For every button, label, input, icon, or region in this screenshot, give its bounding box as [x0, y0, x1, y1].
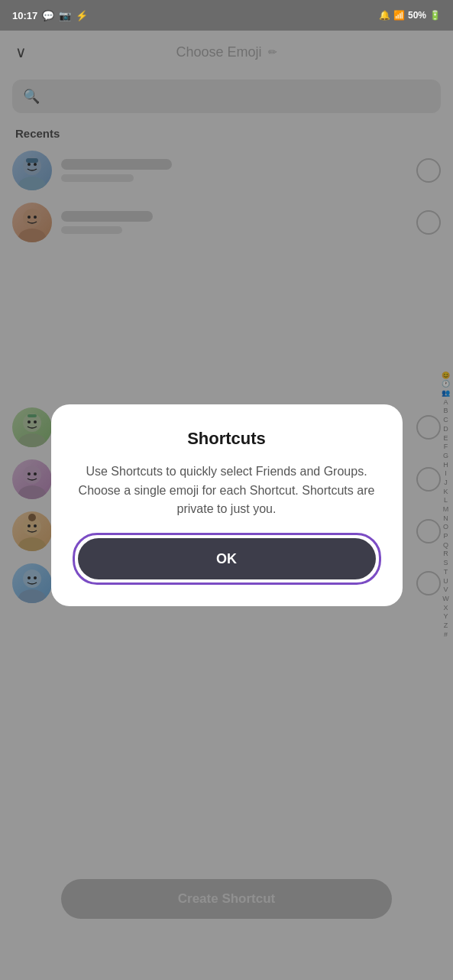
status-bar: 10:17 💬 📷 ⚡ 🔔 📶 50% 🔋: [0, 0, 453, 31]
modal-title: Shortcuts: [187, 429, 266, 449]
bg-screen: ∨ Choose Emoji ✏ 🔍 Recents: [0, 31, 453, 980]
usb-icon: ⚡: [76, 10, 88, 21]
instagram-icon: 📷: [59, 10, 71, 21]
battery-label: 50%: [408, 10, 426, 21]
modal-overlay: Shortcuts Use Shortcuts to quickly selec…: [0, 31, 453, 980]
modal-body: Use Shortcuts to quickly select Friends …: [73, 462, 381, 519]
status-time: 10:17: [12, 10, 37, 21]
wifi-icon: 📶: [393, 10, 405, 21]
alarm-icon: 🔔: [379, 10, 390, 21]
whatsapp-icon: 💬: [42, 10, 54, 21]
battery-icon: 🔋: [429, 10, 441, 21]
modal-ok-wrapper: OK: [73, 533, 381, 585]
modal-dialog: Shortcuts Use Shortcuts to quickly selec…: [51, 404, 403, 606]
status-bar-right: 🔔 📶 50% 🔋: [379, 10, 441, 21]
status-bar-left: 10:17 💬 📷 ⚡: [12, 10, 88, 21]
modal-ok-button[interactable]: OK: [78, 538, 376, 579]
